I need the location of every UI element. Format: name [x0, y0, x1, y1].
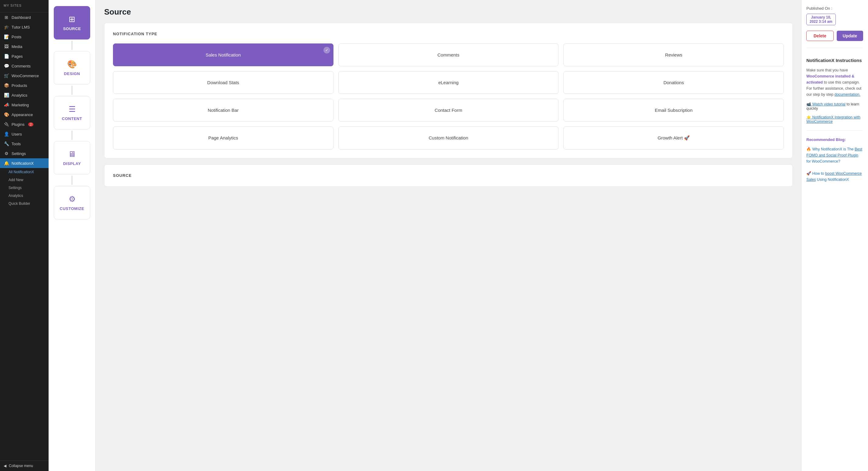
published-on-date: January 10,2022 3:14 am — [806, 14, 836, 25]
woocommerce-icon: 🛒 — [4, 73, 9, 78]
main-area: ⊞ SOURCE 🎨 DESIGN ☰ CONTENT 🖥 DISP — [49, 0, 868, 471]
media-icon: 🖼 — [4, 44, 9, 49]
check-icon: ✓ — [323, 47, 330, 54]
notificationx-icon: 🔔 — [4, 161, 9, 166]
sidebar-item-plugins[interactable]: 🔌 Plugins 2 — [0, 119, 49, 129]
right-panel: Published On : January 10,2022 3:14 am D… — [801, 0, 868, 471]
sidebar-sub-quick-builder[interactable]: Quick Builder — [0, 200, 49, 208]
sidebar-item-notificationx[interactable]: 🔔 NotificationX — [0, 158, 49, 168]
watch-video-row: 📹 Watch video tutorial to learn quickly — [806, 102, 863, 111]
published-on-label: Published On : — [806, 6, 832, 11]
notif-card-notification-bar[interactable]: Notification Bar — [113, 99, 334, 122]
blog-link-1: 🔥 Why NotificationX is The Best FOMO and… — [806, 146, 863, 165]
tutor-lms-icon: 🎓 — [4, 25, 9, 29]
customize-step-icon: ⚙ — [69, 195, 75, 204]
wizard-step-design-card[interactable]: 🎨 DESIGN — [54, 51, 90, 85]
appearance-icon: 🎨 — [4, 112, 9, 117]
sidebar-item-woocommerce[interactable]: 🛒 WooCommerce — [0, 71, 49, 81]
wizard-step-source-card[interactable]: ⊞ SOURCE — [54, 6, 90, 39]
wizard-step-display-card[interactable]: 🖥 DISPLAY — [54, 141, 90, 174]
notif-card-elearning[interactable]: eLearning — [338, 71, 559, 94]
sidebar-item-posts[interactable]: 📝 Posts — [0, 32, 49, 41]
content-step-icon: ☰ — [69, 105, 75, 114]
posts-icon: 📝 — [4, 34, 9, 39]
notif-card-email-subscription[interactable]: Email Subscription — [563, 99, 784, 122]
users-icon: 👤 — [4, 131, 9, 137]
sidebar-item-comments[interactable]: 💬 Comments — [0, 61, 49, 71]
sidebar-item-marketing[interactable]: 📣 Marketing — [0, 100, 49, 110]
wizard-connector-1 — [72, 41, 72, 50]
collapse-menu-button[interactable]: ◀ Collapse menu — [0, 461, 49, 471]
sidebar-item-settings[interactable]: ⚙ Settings — [0, 149, 49, 158]
notification-type-section: NOTIFICATION TYPE ✓ Sales Notification C… — [104, 23, 793, 158]
sidebar-item-tools[interactable]: 🔧 Tools — [0, 139, 49, 149]
recommended-blog-title: Recommended Blog: — [806, 137, 863, 142]
notif-card-donations[interactable]: Donations — [563, 71, 784, 94]
notif-card-download-stats[interactable]: Download Stats — [113, 71, 334, 94]
content-area: Source NOTIFICATION TYPE ✓ Sales Notific… — [96, 0, 801, 471]
wizard-sidebar: ⊞ SOURCE 🎨 DESIGN ☰ CONTENT 🖥 DISP — [49, 0, 96, 471]
divider-2 — [806, 130, 863, 131]
wordpress-sidebar: My Sites ⊞ Dashboard 🎓 Tutor LMS 📝 Posts… — [0, 0, 49, 471]
sidebar-sub-analytics[interactable]: Analytics — [0, 192, 49, 200]
integration-link[interactable]: ⭐ NotificationX Integration with WooComm… — [806, 115, 860, 124]
notif-card-growth-alert[interactable]: Growth Alert 🚀 — [563, 126, 784, 149]
instructions-title: NotificationX Instructions — [806, 58, 863, 63]
display-step-icon: 🖥 — [68, 149, 76, 159]
blog-link-2: 🚀 How to boost WooCommerce Sales Using N… — [806, 171, 863, 183]
wizard-step-design: 🎨 DESIGN — [52, 51, 92, 96]
wizard-connector-3 — [72, 131, 72, 140]
wizard-step-content: ☰ CONTENT — [52, 96, 92, 141]
integration-row: ⭐ NotificationX Integration with WooComm… — [806, 115, 863, 124]
sidebar-sub-settings[interactable]: Settings — [0, 184, 49, 192]
marketing-icon: 📣 — [4, 102, 9, 107]
pages-icon: 📄 — [4, 54, 9, 59]
analytics-icon: 📊 — [4, 93, 9, 97]
source-section: SOURCE — [104, 165, 793, 186]
wizard-connector-4 — [72, 176, 72, 185]
watch-video-link[interactable]: 📹 Watch video tutorial — [806, 102, 845, 106]
notification-type-section-title: NOTIFICATION TYPE — [113, 32, 784, 36]
sidebar-item-appearance[interactable]: 🎨 Appearance — [0, 110, 49, 119]
sidebar-item-pages[interactable]: 📄 Pages — [0, 51, 49, 61]
dashboard-icon: ⊞ — [4, 15, 9, 20]
notif-card-sales-notification[interactable]: ✓ Sales Notification — [113, 43, 334, 66]
sidebar-item-users[interactable]: 👤 Users — [0, 129, 49, 139]
design-step-icon: 🎨 — [67, 60, 77, 69]
notif-card-page-analytics[interactable]: Page Analytics — [113, 126, 334, 149]
products-icon: 📦 — [4, 83, 9, 88]
notif-card-contact-form[interactable]: Contact Form — [338, 99, 559, 122]
sidebar-item-products[interactable]: 📦 Products — [0, 81, 49, 90]
wizard-step-content-card[interactable]: ☰ CONTENT — [54, 96, 90, 129]
documentation-link[interactable]: documentation. — [834, 92, 860, 97]
wizard-step-display: 🖥 DISPLAY — [52, 141, 92, 186]
wizard-step-customize-card[interactable]: ⚙ CUSTOMIZE — [54, 186, 90, 219]
plugins-icon: 🔌 — [4, 122, 9, 127]
delete-button[interactable]: Delete — [806, 31, 834, 41]
notif-card-reviews[interactable]: Reviews — [563, 43, 784, 66]
sidebar-item-dashboard[interactable]: ⊞ Dashboard — [0, 12, 49, 22]
comments-icon: 💬 — [4, 63, 9, 68]
update-button[interactable]: Update — [837, 31, 863, 41]
wizard-step-customize: ⚙ CUSTOMIZE — [52, 186, 92, 219]
action-buttons: Delete Update — [806, 31, 863, 41]
wizard-step-source: ⊞ SOURCE — [52, 6, 92, 51]
source-section-title: SOURCE — [113, 173, 784, 178]
notif-card-comments[interactable]: Comments — [338, 43, 559, 66]
sidebar-sub-all-notificationx[interactable]: All NotificationX — [0, 168, 49, 176]
notification-type-grid: ✓ Sales Notification Comments Reviews Do… — [113, 43, 784, 149]
sidebar-item-tutor-lms[interactable]: 🎓 Tutor LMS — [0, 22, 49, 32]
page-title: Source — [104, 7, 793, 17]
instructions-body: Make sure that you have WooCommerce inst… — [806, 67, 863, 97]
source-step-icon: ⊞ — [69, 14, 75, 24]
notif-card-custom-notification[interactable]: Custom Notification — [338, 126, 559, 149]
settings-icon: ⚙ — [4, 151, 9, 156]
wizard-connector-2 — [72, 86, 72, 95]
plugins-badge: 2 — [28, 122, 34, 126]
tools-icon: 🔧 — [4, 141, 9, 146]
sidebar-sub-add-new[interactable]: Add New — [0, 176, 49, 184]
sidebar-item-media[interactable]: 🖼 Media — [0, 41, 49, 51]
collapse-icon: ◀ — [4, 464, 6, 468]
sidebar-item-analytics[interactable]: 📊 Analytics — [0, 90, 49, 100]
